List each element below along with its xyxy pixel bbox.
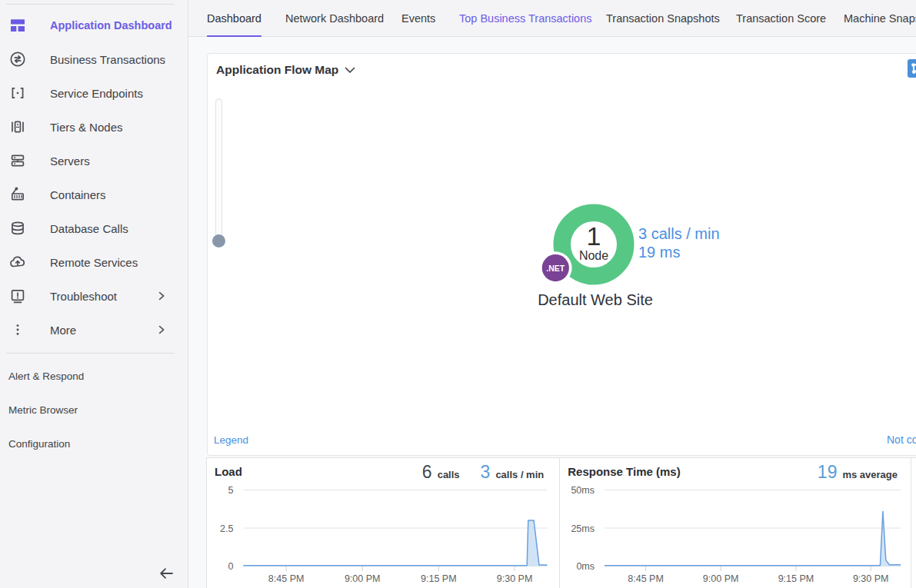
x-axis-tick-label: 9:00 PM (703, 573, 739, 584)
chevron-right-icon (156, 291, 167, 301)
sidebar-item-database-calls[interactable]: Database Calls (0, 211, 188, 245)
sidebar-item-servers[interactable]: Servers (0, 144, 188, 178)
sidebar-item-application-dashboard[interactable]: Application Dashboard (0, 8, 188, 42)
x-axis-tick-label: 9:30 PM (853, 573, 889, 584)
flow-map-view-icon[interactable] (908, 59, 916, 78)
sidebar-item-label: Servers (50, 154, 90, 168)
sidebar-item-label: Tiers & Nodes (50, 121, 122, 134)
node-count-label: Node (579, 249, 608, 262)
y-axis-tick-label: 0ms (577, 561, 595, 572)
tab-transaction-snapshots[interactable]: Transaction Snapshots (606, 0, 720, 37)
sidebar-item-business-transactions[interactable]: Business Transactions (0, 42, 188, 76)
collapse-sidebar-arrow-icon[interactable] (157, 564, 175, 583)
x-axis-tick-label: 9:15 PM (421, 573, 457, 584)
x-axis-tick-label: 8:45 PM (268, 573, 305, 584)
series-area (244, 520, 548, 566)
zoom-slider-handle[interactable] (212, 234, 225, 247)
response-time-chart-panel: Response Time (ms)19ms average0ms25ms50m… (560, 458, 911, 588)
servers-icon (8, 151, 28, 171)
sidebar-item-configuration[interactable]: Configuration (0, 427, 188, 460)
series-line (605, 511, 901, 566)
sidebar-item-label: Application Dashboard (50, 19, 172, 32)
sidebar-section-divider (6, 353, 175, 354)
metric-charts-row: Load6calls3calls / min02.558:45 PM9:00 P… (206, 457, 916, 588)
containers-icon (8, 184, 28, 204)
dashboard-tabbar: DashboardNetwork DashboardEventsTop Busi… (188, 0, 916, 37)
sidebar-item-service-endpoints[interactable]: Service Endpoints (0, 76, 188, 110)
sidebar-item-metric-browser[interactable]: Metric Browser (0, 393, 188, 427)
flow-map-title: Application Flow Map (216, 63, 338, 77)
tab-dashboard[interactable]: Dashboard (207, 0, 261, 37)
tab-machine-snapshots[interactable]: Machine Snapshots (844, 0, 916, 37)
sidebar-item-tiers-nodes[interactable]: Tiers & Nodes (0, 110, 188, 144)
main-content: Application Flow Map .NET 1 (188, 37, 916, 588)
sidebar-item-alert-respond[interactable]: Alert & Respond (0, 359, 188, 393)
y-axis-tick-label: 50ms (571, 485, 595, 496)
sidebar-menu: Application DashboardBusiness Transactio… (0, 8, 188, 347)
application-flow-map-card: Application Flow Map .NET 1 (207, 53, 916, 456)
sidebar-item-troubleshoot[interactable]: Troubleshoot (0, 279, 188, 313)
tab-network-dashboard[interactable]: Network Dashboard (285, 0, 384, 37)
tab-transaction-score[interactable]: Transaction Score (736, 0, 826, 37)
tiers-nodes-icon (8, 117, 28, 137)
tab-events[interactable]: Events (401, 0, 435, 37)
x-axis-tick-label: 8:45 PM (628, 573, 665, 584)
flow-map-zoom-slider[interactable] (215, 98, 222, 241)
load-chart-panel: Load6calls3calls / min02.558:45 PM9:00 P… (207, 458, 560, 588)
troubleshoot-icon (8, 286, 28, 306)
series-area (605, 511, 901, 566)
sidebar-item-label: Containers (50, 188, 106, 201)
sidebar-item-label: Database Calls (50, 222, 128, 235)
sidebar-item-containers[interactable]: Containers (0, 178, 188, 211)
sidebar-item-label: More (50, 324, 76, 337)
application-dashboard-page: Application DashboardBusiness Transactio… (0, 0, 916, 588)
x-axis-tick-label: 9:30 PM (497, 573, 533, 584)
application-dashboard-icon (8, 15, 28, 35)
not-comparing-link[interactable]: Not comparing (887, 434, 916, 446)
flow-map-type-dropdown[interactable]: Application Flow Map (216, 61, 355, 79)
sidebar-item-remote-services[interactable]: Remote Services (0, 245, 188, 279)
chevron-down-icon (345, 67, 355, 74)
sidebar-secondary-menu: Alert & RespondMetric BrowserConfigurati… (0, 359, 188, 460)
node-name[interactable]: Default Web Site (538, 291, 653, 309)
chevron-right-icon (156, 324, 167, 335)
y-axis-tick-label: 0 (228, 561, 234, 572)
sidebar-item-label: Service Endpoints (50, 87, 143, 100)
sidebar-item-more[interactable]: More (0, 313, 188, 347)
remote-services-icon (8, 252, 28, 272)
next-chart-panel-cut (911, 458, 916, 588)
y-axis-tick-label: 25ms (571, 523, 595, 534)
sidebar-item-label: Business Transactions (50, 53, 165, 66)
y-axis-tick-label: 2.5 (220, 523, 233, 534)
chart-plot: 0ms25ms50ms8:45 PM9:00 PM9:15 PM9:30 PM (560, 458, 911, 588)
business-transactions-icon (8, 49, 28, 69)
y-axis-tick-label: 5 (228, 485, 234, 496)
sidebar-item-label: Troubleshoot (50, 290, 117, 303)
sidebar-item-label: Remote Services (50, 256, 138, 269)
legend-link[interactable]: Legend (214, 434, 248, 446)
node-metrics-text: 3 calls / min 19 ms (638, 225, 720, 261)
chart-plot: 02.558:45 PM9:00 PM9:15 PM9:30 PM (207, 458, 561, 588)
sidebar-top-divider (6, 4, 175, 5)
x-axis-tick-label: 9:15 PM (778, 573, 814, 584)
database-calls-icon (8, 218, 28, 238)
dotnet-badge-label: .NET (546, 264, 565, 273)
node-count: 1 (587, 221, 601, 251)
sidebar: Application DashboardBusiness Transactio… (0, 0, 188, 588)
series-line (244, 520, 548, 566)
service-endpoints-icon (8, 83, 28, 103)
more-icon (8, 320, 28, 340)
tab-top-business-transactions[interactable]: Top Business Transactions (459, 0, 591, 37)
x-axis-tick-label: 9:00 PM (345, 573, 381, 584)
